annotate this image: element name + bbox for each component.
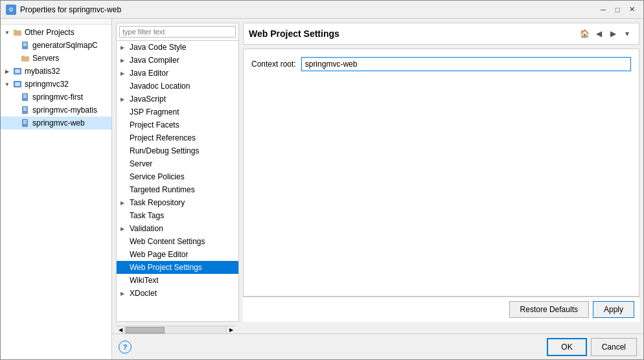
settings-arrow-xdoclet: ▶ xyxy=(121,291,128,297)
settings-item-xdoclet[interactable]: ▶XDoclet xyxy=(117,287,238,300)
scroll-left-button[interactable]: ◀ xyxy=(116,326,125,334)
svg-rect-17 xyxy=(23,120,27,121)
settings-item-task-tags[interactable]: Task Tags xyxy=(117,209,238,222)
settings-item-validation[interactable]: ▶Validation xyxy=(117,222,238,235)
settings-item-web-content-settings[interactable]: Web Content Settings xyxy=(117,235,238,248)
scroll-right-button[interactable]: ▶ xyxy=(226,326,235,334)
svg-rect-14 xyxy=(23,109,27,109)
main-window: ⚙ Properties for springmvc-web ─ □ ✕ ▼Ot… xyxy=(0,0,644,360)
settings-item-task-repository[interactable]: ▶Task Repository xyxy=(117,196,238,209)
tree-label-springmvc-mybatis: springmvc-mybatis xyxy=(32,106,97,115)
nav-back-button[interactable]: ◀ xyxy=(592,27,605,40)
project-explorer-panel: ▼Other ProjectsgeneratorSqlmapCServers▶m… xyxy=(1,19,112,359)
settings-item-java-editor[interactable]: ▶Java Editor xyxy=(117,67,238,80)
settings-arrow-javascript: ▶ xyxy=(121,96,128,102)
settings-item-web-page-editor[interactable]: Web Page Editor xyxy=(117,248,238,261)
filter-input[interactable] xyxy=(119,26,236,38)
svg-rect-9 xyxy=(23,95,27,95)
settings-item-jsp-fragment[interactable]: JSP Fragment xyxy=(117,106,238,118)
ok-button[interactable]: OK xyxy=(547,338,586,356)
tree-toggle-mybatis32[interactable]: ▶ xyxy=(3,67,11,75)
minimize-button[interactable]: ─ xyxy=(597,4,610,16)
tree-label-servers: Servers xyxy=(32,54,59,63)
tree-icon-springmvc-mybatis xyxy=(20,105,30,115)
tree-toggle-springmvc32[interactable]: ▼ xyxy=(3,80,11,88)
explorer-header xyxy=(1,19,111,25)
settings-item-project-references[interactable]: Project References xyxy=(117,131,238,144)
settings-item-targeted-runtimes[interactable]: Targeted Runtimes xyxy=(117,183,238,196)
settings-item-java-code-style[interactable]: ▶Java Code Style xyxy=(117,41,238,54)
window-title: Properties for springmvc-web xyxy=(20,5,597,14)
title-bar: ⚙ Properties for springmvc-web ─ □ ✕ xyxy=(1,1,643,19)
settings-label-java-compiler: Java Compiler xyxy=(130,56,179,65)
svg-rect-10 xyxy=(23,96,27,96)
tree-item-springmvc32[interactable]: ▼springmvc32 xyxy=(1,78,111,91)
settings-item-wiki-text[interactable]: WikiText xyxy=(117,274,238,287)
nav-home-button[interactable]: 🏠 xyxy=(578,27,591,40)
properties-body: ▶Java Code Style▶Java Compiler▶Java Edit… xyxy=(112,19,643,326)
tree-toggle-other-projects[interactable]: ▼ xyxy=(3,28,11,36)
tree-label-springmvc-web: springmvc-web xyxy=(32,118,85,128)
settings-label-project-references: Project References xyxy=(130,133,196,142)
tree-label-generator-sqlmap: generatorSqlmapC xyxy=(32,41,98,50)
svg-rect-13 xyxy=(23,107,27,108)
tree-label-springmvc-first: springmvc-first xyxy=(32,93,83,102)
settings-arrow-java-code-style: ▶ xyxy=(121,45,128,51)
tree-item-other-projects[interactable]: ▼Other Projects xyxy=(1,26,111,39)
settings-label-task-repository: Task Repository xyxy=(130,198,185,207)
context-root-label: Context root: xyxy=(251,60,296,69)
cancel-button[interactable]: Cancel xyxy=(591,338,637,356)
tree-icon-generator-sqlmap xyxy=(20,40,30,51)
settings-label-java-code-style: Java Code Style xyxy=(130,43,186,52)
properties-dialog: ▶Java Code Style▶Java Compiler▶Java Edit… xyxy=(112,19,643,359)
tree-toggle-springmvc-mybatis xyxy=(11,106,19,114)
tree-icon-springmvc32 xyxy=(12,79,23,89)
settings-item-web-project-settings[interactable]: Web Project Settings xyxy=(117,261,238,274)
nav-forward-button[interactable]: ▶ xyxy=(606,27,619,40)
tree-item-springmvc-first[interactable]: springmvc-first xyxy=(1,91,111,104)
settings-item-run-debug-settings[interactable]: Run/Debug Settings xyxy=(117,144,238,157)
tree-toggle-springmvc-first xyxy=(11,93,19,101)
svg-rect-5 xyxy=(15,69,20,73)
settings-label-targeted-runtimes: Targeted Runtimes xyxy=(130,185,195,194)
apply-button[interactable]: Apply xyxy=(593,301,634,318)
content-panel: Web Project Settings 🏠 ◀ ▶ ▾ Context roo… xyxy=(239,19,643,326)
nav-dropdown-button[interactable]: ▾ xyxy=(621,27,634,40)
horizontal-scrollbar[interactable]: ◀ ▶ xyxy=(116,326,235,333)
settings-arrow-task-repository: ▶ xyxy=(121,200,128,206)
settings-label-wiki-text: WikiText xyxy=(130,276,159,285)
restore-defaults-button[interactable]: Restore Defaults xyxy=(509,301,589,318)
tree-item-springmvc-mybatis[interactable]: springmvc-mybatis xyxy=(1,104,111,117)
settings-item-server[interactable]: Server xyxy=(117,157,238,170)
tree-item-springmvc-web[interactable]: springmvc-web xyxy=(1,117,111,129)
bottom-button-bar: Restore Defaults Apply xyxy=(243,297,639,322)
context-root-input[interactable] xyxy=(301,57,631,71)
tree-label-mybatis32: mybatis32 xyxy=(25,67,60,76)
svg-rect-7 xyxy=(15,82,20,86)
svg-rect-15 xyxy=(23,110,27,111)
settings-item-javascript[interactable]: ▶JavaScript xyxy=(117,93,238,106)
settings-item-service-policies[interactable]: Service Policies xyxy=(117,170,238,183)
scroll-thumb[interactable] xyxy=(126,327,165,333)
settings-item-java-compiler[interactable]: ▶Java Compiler xyxy=(117,54,238,67)
settings-label-project-facets: Project Facets xyxy=(130,120,179,129)
settings-label-server: Server xyxy=(130,159,152,168)
maximize-button[interactable]: □ xyxy=(611,4,624,16)
settings-label-java-editor: Java Editor xyxy=(130,69,168,78)
tree-icon-springmvc-first xyxy=(20,92,30,102)
window-icon: ⚙ xyxy=(6,5,16,15)
tree-item-generator-sqlmap[interactable]: generatorSqlmapC xyxy=(1,39,111,52)
tree-item-mybatis32[interactable]: ▶mybatis32 xyxy=(1,65,111,78)
settings-item-javadoc-location[interactable]: Javadoc Location xyxy=(117,80,238,93)
content-header: Web Project Settings 🏠 ◀ ▶ ▾ xyxy=(243,23,639,45)
context-root-row: Context root: xyxy=(251,57,631,71)
tree-item-servers[interactable]: Servers xyxy=(1,52,111,65)
svg-rect-11 xyxy=(23,97,27,98)
tree-icon-springmvc-web xyxy=(20,118,30,128)
dialog-footer: ? OK Cancel xyxy=(112,333,643,359)
tree-toggle-generator-sqlmap xyxy=(11,41,19,49)
close-button[interactable]: ✕ xyxy=(625,4,638,16)
help-button[interactable]: ? xyxy=(119,341,132,354)
tree-label-springmvc32: springmvc32 xyxy=(25,80,69,89)
settings-item-project-facets[interactable]: Project Facets xyxy=(117,118,238,131)
